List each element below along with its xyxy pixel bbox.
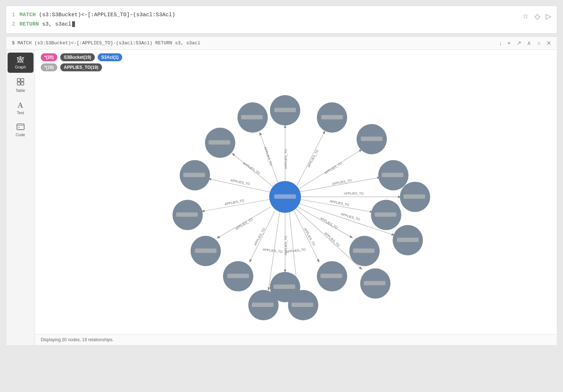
line1-rest: (s3:S3Bucket)<-[:APPLIES_TO]-(s3acl:S3Ac… bbox=[36, 12, 175, 18]
text-icon: A bbox=[18, 101, 23, 109]
sidebar-item-code[interactable]: >_ Code bbox=[8, 120, 34, 141]
match-keyword: MATCH bbox=[19, 12, 36, 18]
line-number-1: 1 bbox=[12, 12, 15, 18]
node-label-6 bbox=[353, 249, 374, 253]
svg-text:APPLIES_TO: APPLIES_TO bbox=[303, 227, 316, 246]
svg-text:APPLIES_TO: APPLIES_TO bbox=[307, 149, 319, 168]
query-line-2: 2RETURN s3, s3acl bbox=[12, 20, 175, 29]
node-label-18 bbox=[292, 303, 313, 307]
svg-rect-3 bbox=[21, 82, 24, 85]
result-toolbar: $ MATCH (s3:S3Bucket)<-[:APPLIES_TO]-(s3… bbox=[6, 37, 557, 50]
badges-row-1: *(20) S3Bucket(19) S3Acl(1) bbox=[35, 50, 557, 63]
badges-row-2: *(19) APPLIES_TO(19) bbox=[35, 63, 557, 74]
svg-text:APPLIES_TO: APPLIES_TO bbox=[332, 178, 352, 186]
eraser-icon[interactable]: ◇ bbox=[535, 12, 540, 21]
query-line-1: 1MATCH (s3:S3Bucket)<-[:APPLIES_TO]-(s3a… bbox=[12, 10, 175, 20]
node-label-17 bbox=[364, 281, 385, 285]
sidebar-item-text[interactable]: A Text bbox=[8, 98, 34, 119]
svg-line-24 bbox=[250, 211, 275, 262]
sidebar-label-code: Code bbox=[15, 133, 25, 137]
badge-all-nodes[interactable]: *(20) bbox=[41, 53, 57, 61]
svg-text:APPLIES_TO: APPLIES_TO bbox=[286, 248, 306, 254]
sidebar-item-table[interactable]: Table bbox=[8, 74, 34, 96]
svg-text:APPLIES_TO: APPLIES_TO bbox=[242, 161, 261, 175]
close-icon[interactable]: ✕ bbox=[546, 40, 551, 46]
svg-text:APPLIES_TO: APPLIES_TO bbox=[324, 231, 341, 248]
sidebar-label-graph: Graph bbox=[15, 65, 26, 69]
node-label-15 bbox=[403, 194, 425, 199]
center-node-label bbox=[274, 194, 296, 199]
graph-svg: APPLIES_TO APPLIES_TO APPLIES_TO bbox=[35, 74, 557, 334]
line2-rest: s3, s3acl bbox=[39, 21, 71, 27]
text-cursor bbox=[72, 21, 75, 27]
collapse-icon[interactable]: ∧ bbox=[527, 40, 531, 46]
node-label-3 bbox=[361, 137, 382, 141]
sidebar-label-table: Table bbox=[15, 88, 25, 93]
line-number-2: 2 bbox=[12, 21, 15, 27]
svg-text:APPLIES_TO: APPLIES_TO bbox=[262, 248, 283, 254]
status-text: Displaying 20 nodes, 19 relationships. bbox=[41, 337, 114, 342]
query-lines: 1MATCH (s3:S3Bucket)<-[:APPLIES_TO]-(s3a… bbox=[12, 10, 175, 29]
svg-text:APPLIES_TO: APPLIES_TO bbox=[329, 199, 350, 206]
node-label-7 bbox=[320, 274, 342, 278]
node-label-8 bbox=[274, 285, 295, 289]
code-icon: >_ bbox=[17, 124, 25, 131]
result-panel: $ MATCH (s3:S3Bucket)<-[:APPLIES_TO]-(s3… bbox=[6, 36, 557, 346]
expand-icon[interactable]: ↗ bbox=[517, 40, 521, 46]
svg-line-14 bbox=[300, 177, 380, 192]
svg-text:APPLIES_TO: APPLIES_TO bbox=[344, 192, 364, 195]
search-result-icon[interactable]: ○ bbox=[537, 40, 541, 46]
result-toolbar-icons: ↓ ⌖ ↗ ∧ ○ ✕ bbox=[499, 40, 551, 46]
query-editor: 1MATCH (s3:S3Bucket)<-[:APPLIES_TO]-(s3a… bbox=[6, 6, 557, 34]
main-content: 🕸 Graph Table A Text bbox=[6, 50, 557, 345]
svg-rect-2 bbox=[17, 82, 20, 85]
node-label-13 bbox=[209, 140, 230, 144]
graph-canvas: APPLIES_TO APPLIES_TO APPLIES_TO bbox=[35, 74, 557, 334]
svg-text:APPLIES_TO: APPLIES_TO bbox=[235, 218, 253, 231]
node-label-9 bbox=[227, 274, 249, 278]
svg-text:APPLIES_TO: APPLIES_TO bbox=[224, 199, 244, 206]
svg-text:APPLIES_TO: APPLIES_TO bbox=[284, 149, 288, 169]
download-icon[interactable]: ↓ bbox=[499, 40, 502, 46]
svg-text:APPLIES_TO: APPLIES_TO bbox=[230, 178, 250, 186]
svg-text:APPLIES_TO: APPLIES_TO bbox=[320, 217, 338, 230]
node-label-11 bbox=[176, 213, 198, 217]
svg-text:APPLIES_TO: APPLIES_TO bbox=[324, 161, 343, 175]
svg-text:APPLIES_TO: APPLIES_TO bbox=[263, 146, 273, 166]
node-label-12 bbox=[183, 173, 205, 177]
table-icon bbox=[17, 78, 25, 87]
return-keyword: RETURN bbox=[19, 21, 39, 27]
svg-text:APPLIES_TO: APPLIES_TO bbox=[340, 212, 360, 222]
sidebar-label-text: Text bbox=[17, 111, 24, 115]
node-label-19 bbox=[252, 303, 274, 307]
node-label-1 bbox=[274, 108, 296, 112]
badge-all-rels[interactable]: *(19) bbox=[41, 63, 57, 71]
graph-area: *(20) S3Bucket(19) S3Acl(1) *(19) APPLIE… bbox=[35, 50, 557, 345]
run-icon[interactable]: ▷ bbox=[546, 12, 551, 21]
node-label-2 bbox=[321, 115, 343, 119]
result-query-text: $ MATCH (s3:S3Bucket)<-[:APPLIES_TO]-(s3… bbox=[12, 40, 200, 46]
svg-rect-0 bbox=[17, 79, 20, 81]
pin-icon[interactable]: ⌖ bbox=[507, 40, 511, 46]
svg-text:>_: >_ bbox=[18, 126, 22, 129]
node-label-10 bbox=[195, 249, 217, 253]
badge-applies-to[interactable]: APPLIES_TO(19) bbox=[60, 63, 102, 71]
svg-text:APPLIES_TO: APPLIES_TO bbox=[253, 227, 266, 246]
node-label-14 bbox=[241, 115, 263, 119]
sidebar: 🕸 Graph Table A Text bbox=[6, 50, 35, 345]
node-label-4 bbox=[382, 173, 403, 177]
badge-s3acl[interactable]: S3Acl(1) bbox=[98, 53, 122, 61]
graph-icon: 🕸 bbox=[17, 56, 24, 63]
svg-rect-1 bbox=[21, 79, 24, 81]
node-label-5 bbox=[374, 213, 396, 217]
badge-s3bucket[interactable]: S3Bucket(19) bbox=[60, 53, 95, 61]
editor-icons: ☆ ◇ ▷ bbox=[522, 10, 551, 21]
status-bar: Displaying 20 nodes, 19 relationships. bbox=[35, 334, 557, 345]
node-label-16 bbox=[397, 238, 418, 242]
sidebar-item-graph[interactable]: 🕸 Graph bbox=[8, 53, 34, 73]
star-icon[interactable]: ☆ bbox=[522, 12, 529, 21]
